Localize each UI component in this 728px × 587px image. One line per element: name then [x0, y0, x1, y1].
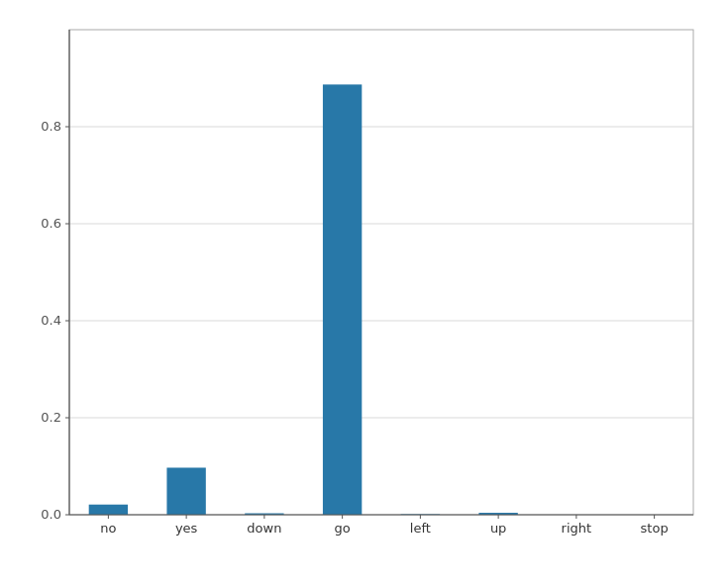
x-label-up: up [490, 521, 507, 536]
svg-text:0.4: 0.4 [41, 313, 61, 328]
x-label-stop: stop [641, 521, 669, 536]
svg-text:0.2: 0.2 [41, 410, 61, 425]
x-label-right: right [562, 521, 592, 536]
bar-chart: 0.00.20.40.60.8noyesdowngoleftuprightsto… [0, 0, 728, 587]
bar-yes [166, 467, 205, 515]
x-label-no: no [100, 521, 116, 536]
svg-text:0.0: 0.0 [41, 507, 61, 522]
svg-rect-0 [0, 0, 728, 587]
chart-container: 0.00.20.40.60.8noyesdowngoleftuprightsto… [0, 0, 728, 587]
x-label-go: go [335, 521, 351, 536]
svg-text:0.6: 0.6 [41, 216, 61, 231]
x-label-down: down [247, 521, 281, 536]
bar-go [323, 84, 362, 515]
bar-no [89, 505, 128, 515]
svg-text:0.8: 0.8 [41, 119, 61, 134]
x-label-yes: yes [175, 521, 198, 536]
x-label-left: left [410, 521, 431, 536]
